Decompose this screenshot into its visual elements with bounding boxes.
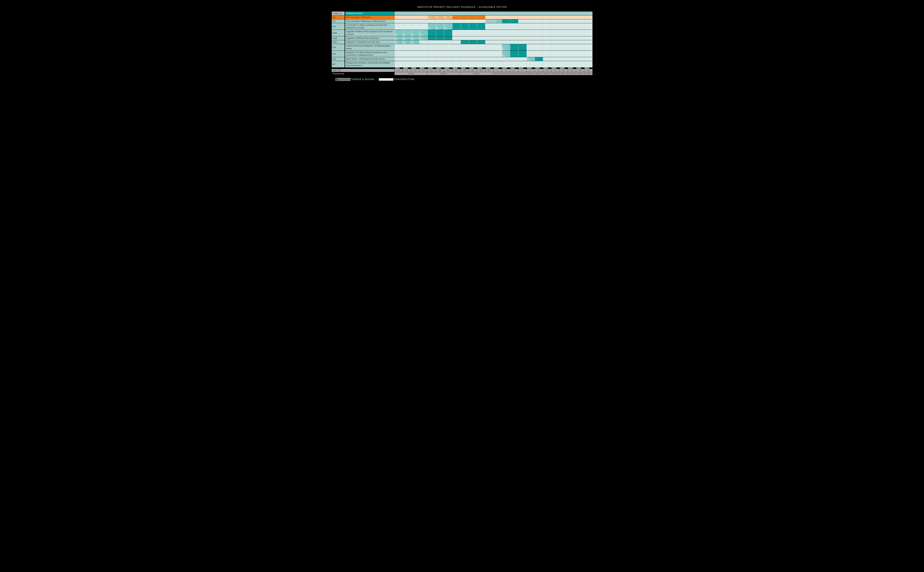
- fy-label: 2021/22: [518, 72, 526, 75]
- fy-label: 2019/20: [501, 72, 509, 75]
- year-tick-label: 14: [576, 69, 584, 72]
- year-tick-label: 2.2: [436, 69, 444, 72]
- project-no: W2: [332, 23, 345, 30]
- legend-construction-label: CONSTRUCTION: [394, 78, 415, 81]
- year-tick-label: 9: [535, 69, 543, 72]
- legend-item-construction: CONSTRUCTION: [379, 78, 415, 81]
- year-tick-label: 3.4: [485, 69, 493, 72]
- legend-item-tender: TENDER & DESIGN: [335, 78, 374, 81]
- year-tick-label: 3.1: [461, 69, 469, 72]
- fy-label: 2024/25: [543, 72, 551, 75]
- project-no: W3A: [332, 30, 345, 36]
- year-tick-label: 2.3: [444, 69, 452, 72]
- year-tick-label: 6: [510, 69, 518, 72]
- project-row: W2Connection to railway crossing and imp…: [332, 23, 592, 30]
- year-tick-label: 1.3: [411, 69, 419, 72]
- chart-title: INDICATIVE PROJECT DELIVERY SCHEDULE – A…: [332, 4, 592, 11]
- project-row: W4Cultural thread and integration of Wha…: [332, 44, 592, 50]
- year-tick-label: 1.4: [419, 69, 427, 72]
- fy-label: 2026/27: [559, 72, 567, 75]
- year-tick-label: 11: [551, 69, 559, 72]
- project-name: SH1 revocation (Waikanae) additional wor…: [345, 19, 394, 23]
- project-row: W3BUpgrade of Mahara Place (laneway): [332, 36, 592, 40]
- year-tick-label: 2.4: [452, 69, 460, 72]
- legend-frame: TENDER & DESIGN CONSTRUCTION: [332, 76, 592, 82]
- project-no: W1: [332, 16, 345, 19]
- project-name: Upgrade of Te Moana Road intersection an…: [345, 51, 394, 57]
- year-tick-label: 1.2: [403, 69, 411, 72]
- project-name: Upgrade of Countdown car park area: [345, 40, 394, 44]
- year-tick-label: 5: [502, 69, 510, 72]
- axis-years: Year 1-20 1.11.21.31.42.12.22.32.43.13.2…: [332, 69, 592, 72]
- project-no: W6: [332, 57, 345, 61]
- year-tick-label: 1.1: [394, 69, 403, 72]
- fy-label: 2016/17: [427, 72, 460, 75]
- tender-swatch: [335, 78, 350, 81]
- project-name: SH1 revocation (Waikanae): [345, 16, 394, 19]
- axis-ticks: [332, 68, 592, 69]
- fy-label: 2025/26: [551, 72, 559, 75]
- project-name: Upgrade of Mahara Place (laneway): [345, 36, 394, 40]
- project-name: Realignment of Marae Lane/Omahi Street/N…: [345, 61, 394, 67]
- project-no: W1: [332, 19, 345, 23]
- fy-label: 2017/18: [460, 72, 493, 75]
- project-row: W1SH1 revocation (Waikanae): [332, 16, 592, 19]
- construction-swatch: [379, 78, 393, 81]
- year-tick-label: 3.3: [477, 69, 485, 72]
- year-tick-label: 10: [543, 69, 551, 72]
- axis-financial-year: Financial year 2015/162016/172017/182018…: [332, 72, 592, 75]
- project-no: W7: [332, 61, 345, 67]
- project-row: W1SH1 revocation (Waikanae) additional w…: [332, 19, 592, 23]
- project-name: Ngaio Road – streetscape and main street: [345, 57, 394, 61]
- project-no: W3C: [332, 40, 345, 44]
- year-tick-label: 12: [559, 69, 567, 72]
- year-tick-label: 13: [568, 69, 576, 72]
- project-row: W6Ngaio Road – streetscape and main stre…: [332, 57, 592, 61]
- fy-label: 2015/16: [394, 72, 427, 75]
- project-no: W3B: [332, 36, 345, 40]
- header-row: Project no. Waikanae projects: [332, 12, 592, 15]
- project-row: W3CUpgrade of Countdown car park area: [332, 40, 592, 44]
- year-tick-label: 2.1: [428, 69, 436, 72]
- fy-label: 2028/29: [576, 72, 584, 75]
- fy-label: 2023/24: [534, 72, 542, 75]
- legend: TENDER & DESIGN CONSTRUCTION: [332, 76, 592, 82]
- header-project-no: Project no.: [332, 12, 345, 15]
- year-tick-label: 8: [526, 69, 534, 72]
- legend-tender-label: TENDER & DESIGN: [351, 78, 374, 81]
- title-frame: INDICATIVE PROJECT DELIVERY SCHEDULE – A…: [332, 4, 592, 11]
- project-name: Cultural thread and integration of Whaka…: [345, 44, 394, 50]
- axis-fy-label: Financial year: [332, 72, 394, 75]
- year-tick-label: 4: [494, 69, 502, 72]
- year-tick-label: 7: [518, 69, 526, 72]
- gantt-chart: Project no. Waikanae projects W1SH1 revo…: [332, 12, 592, 75]
- axis-years-label: Year 1-20: [332, 69, 394, 72]
- project-no: W4: [332, 44, 345, 50]
- fy-label: 2020/21: [509, 72, 517, 75]
- header-project-group: Waikanae projects: [345, 12, 394, 15]
- fy-label: 2022/23: [526, 72, 534, 75]
- project-no: W5: [332, 51, 345, 57]
- project-row: W5Upgrade of Te Moana Road intersection …: [332, 51, 592, 57]
- project-name: Upgrade of Mahara Place (square) and Cou…: [345, 30, 394, 36]
- fy-label: 2029/30: [584, 72, 592, 75]
- fy-label: 2027/28: [568, 72, 576, 75]
- project-row: W7Realignment of Marae Lane/Omahi Street…: [332, 61, 592, 67]
- project-row: W3AUpgrade of Mahara Place (square) and …: [332, 30, 592, 36]
- project-name: Connection to railway crossing and impro…: [345, 23, 394, 30]
- fy-label: 2018/19: [493, 72, 501, 75]
- year-tick-label: 15: [584, 69, 592, 72]
- year-tick-label: 3.2: [469, 69, 477, 72]
